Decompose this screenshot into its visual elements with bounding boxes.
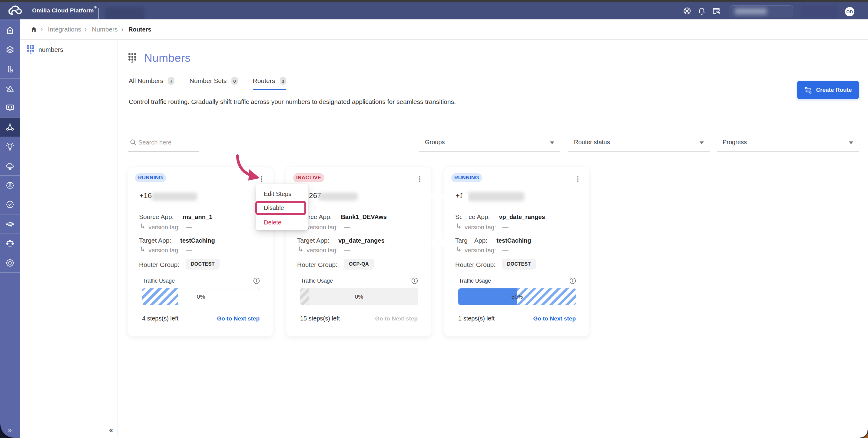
traffic-progress-bar: 0% bbox=[300, 288, 418, 305]
create-route-label: Create Route bbox=[816, 87, 851, 93]
redacted-user-name bbox=[801, 5, 838, 19]
router-number: +16 bbox=[139, 191, 152, 200]
route-icon bbox=[804, 86, 812, 94]
sidebar-item-insights[interactable] bbox=[0, 137, 20, 156]
page-title-row: Numbers bbox=[128, 52, 191, 64]
status-badge: RUNNING bbox=[135, 173, 166, 182]
progress-filter-select[interactable]: Progress bbox=[717, 133, 859, 152]
target-app-value: testCaching bbox=[496, 237, 531, 244]
top-navbar: Omilia Cloud Platform® bbox=[0, 2, 868, 20]
avatar[interactable]: OD bbox=[845, 7, 855, 17]
breadcrumb-home[interactable] bbox=[30, 26, 37, 33]
card-divider bbox=[135, 209, 267, 209]
steps-left-label: 1 steps(s) left bbox=[458, 315, 495, 322]
sidebar-item-deployments[interactable] bbox=[0, 156, 20, 176]
design-ruler-icon bbox=[5, 84, 14, 93]
disable-highlight-annotation bbox=[255, 201, 306, 215]
breadcrumb: › Integrations › Numbers › Routers bbox=[20, 20, 868, 40]
sidebar-item-compliance[interactable] bbox=[0, 234, 20, 253]
sidebar-item-miniapps[interactable] bbox=[0, 98, 20, 118]
router-group-chip: DOCTEST bbox=[502, 259, 536, 270]
redaction-artifact bbox=[429, 195, 451, 199]
api-key-card-icon[interactable] bbox=[712, 7, 721, 17]
target-app-row: Target App:testCaching bbox=[139, 237, 215, 244]
window-corner-bottom-left bbox=[0, 424, 14, 438]
tabs: All Numbers 7 Number Sets 0 Routers 3 bbox=[129, 77, 301, 90]
phone-icon bbox=[6, 65, 14, 73]
group-selector[interactable] bbox=[730, 5, 793, 17]
badge-check-icon bbox=[5, 200, 14, 209]
router-card: RUNNING +16 Source App:ms_ann_1 ↳version… bbox=[128, 166, 273, 336]
sidebar-item-quality[interactable] bbox=[0, 195, 20, 215]
source-app-row: Source App:vp_date_ranges bbox=[455, 213, 545, 220]
go-to-next-step-link[interactable]: Go to Next step bbox=[533, 315, 576, 322]
kebab-menu-button[interactable] bbox=[414, 174, 425, 185]
chevron-down-icon bbox=[700, 142, 704, 144]
notifications-bell-icon[interactable] bbox=[698, 7, 706, 17]
help-icon[interactable] bbox=[683, 7, 691, 17]
sidebar-item-admin[interactable] bbox=[0, 176, 20, 195]
filter-label: Groups bbox=[425, 139, 445, 146]
info-icon[interactable] bbox=[253, 277, 260, 286]
tab-label: All Numbers bbox=[129, 77, 163, 85]
target-app-row: Target App:vp_date_ranges bbox=[297, 237, 384, 244]
page-title: Numbers bbox=[144, 52, 191, 64]
traffic-progress-bar: 0% bbox=[142, 288, 260, 305]
layers-icon bbox=[5, 45, 14, 54]
window-corner-bottom-right bbox=[859, 430, 868, 438]
search-input[interactable]: Search here bbox=[128, 133, 199, 152]
groups-filter-select[interactable]: Groups bbox=[419, 133, 560, 152]
sidebar-item-label: numbers bbox=[38, 46, 63, 53]
integrations-molecule-icon bbox=[5, 123, 14, 132]
tab-all-numbers[interactable]: All Numbers 7 bbox=[129, 77, 175, 90]
go-to-next-step-link[interactable]: Go to Next step bbox=[217, 315, 259, 322]
compliance-scales-icon bbox=[5, 239, 14, 248]
sidebar-item-home[interactable] bbox=[0, 21, 20, 40]
subdirectory-arrow-icon: ↳ bbox=[456, 222, 462, 230]
router-group-chip: OCP-QA bbox=[344, 259, 374, 270]
sidebar-collapse-toggle[interactable]: « bbox=[109, 426, 113, 434]
target-app-value: vp_date_ranges bbox=[338, 237, 384, 244]
breadcrumb-item-routers: Routers bbox=[128, 26, 151, 33]
source-app-value: vp_date_ranges bbox=[499, 214, 545, 220]
sidebar-item-support[interactable] bbox=[0, 253, 20, 273]
redacted-number bbox=[152, 193, 197, 200]
create-route-button[interactable]: Create Route bbox=[797, 81, 859, 99]
source-app-row: Source App:ms_ann_1 bbox=[139, 213, 212, 220]
menu-item-delete[interactable]: Delete bbox=[256, 215, 308, 229]
info-icon[interactable] bbox=[569, 277, 576, 286]
sidebar-item-numbers[interactable] bbox=[0, 59, 20, 79]
search-icon bbox=[129, 138, 137, 146]
support-lifebuoy-icon bbox=[5, 258, 14, 268]
dialpad-icon bbox=[27, 45, 34, 55]
card-divider bbox=[293, 209, 425, 209]
annotation-arrow bbox=[224, 149, 264, 185]
info-icon[interactable] bbox=[411, 277, 418, 286]
breadcrumb-item-numbers[interactable]: Numbers bbox=[92, 26, 118, 33]
tab-routers[interactable]: Routers 3 bbox=[253, 77, 286, 90]
app-window: Omilia Cloud Platform® bbox=[0, 0, 868, 438]
header-actions: OD bbox=[0, 2, 868, 20]
tab-label: Number Sets bbox=[190, 77, 227, 85]
dialpad-icon bbox=[128, 53, 136, 63]
source-app-value: ms_ann_1 bbox=[183, 214, 212, 220]
sidebar-item-integrations[interactable] bbox=[0, 118, 20, 137]
menu-item-edit-steps[interactable]: Edit Steps bbox=[256, 187, 308, 201]
icon-sidebar: » bbox=[0, 20, 20, 438]
insights-bulb-icon bbox=[5, 142, 14, 151]
traffic-usage-label: Traffic Usage bbox=[143, 278, 175, 284]
router-card: RUNNING +1 Source App:vp_date_ranges ↳ve… bbox=[444, 166, 589, 336]
sidebar-item-designer[interactable] bbox=[0, 79, 20, 98]
console-chat-icon bbox=[5, 103, 14, 113]
subdirectory-arrow-icon: ↳ bbox=[456, 245, 462, 253]
sidebar-item-numbers-page[interactable]: numbers bbox=[20, 40, 117, 59]
router-status-filter-select[interactable]: Router status bbox=[568, 133, 710, 152]
sidebar-item-pipelines[interactable] bbox=[0, 215, 20, 234]
tab-number-sets[interactable]: Number Sets 0 bbox=[190, 77, 238, 90]
subdirectory-arrow-icon: ↳ bbox=[298, 245, 304, 253]
status-badge: INACTIVE bbox=[293, 173, 324, 182]
redaction-artifact bbox=[432, 239, 452, 246]
sidebar-item-applications[interactable] bbox=[0, 40, 20, 59]
breadcrumb-item-integrations[interactable]: Integrations bbox=[48, 26, 81, 33]
kebab-menu-button[interactable] bbox=[572, 174, 583, 185]
